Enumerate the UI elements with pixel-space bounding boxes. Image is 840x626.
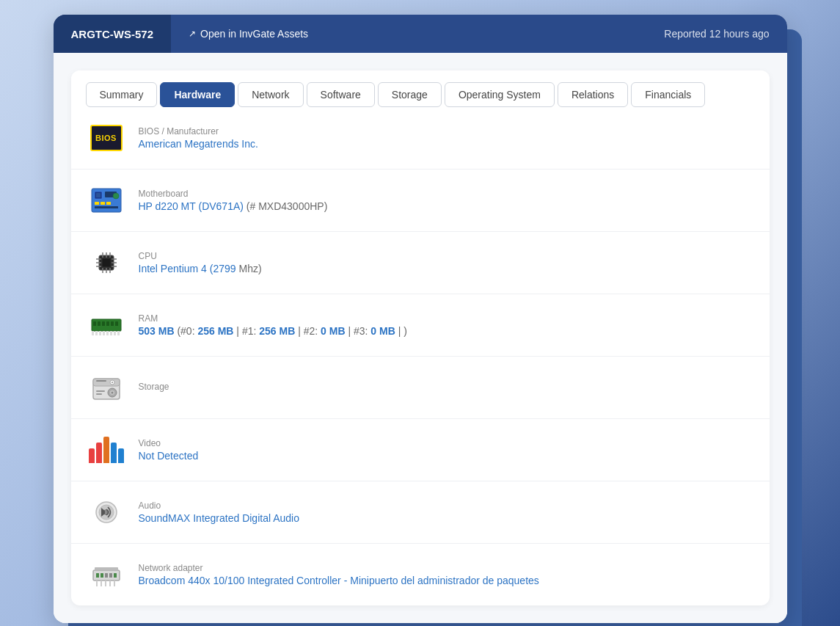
video-bar-orange xyxy=(103,437,109,463)
hardware-item-motherboard: Motherboard HP d220 MT (DV671A) (# MXD43… xyxy=(71,170,770,232)
bios-label: BIOS / Manufacturer xyxy=(139,126,258,137)
svg-rect-4 xyxy=(95,202,99,205)
ram-slot1: 256 MB xyxy=(259,325,295,337)
svg-rect-36 xyxy=(114,331,116,335)
svg-rect-25 xyxy=(98,321,101,326)
tab-operating-system[interactable]: Operating System xyxy=(445,82,555,107)
cpu-icon xyxy=(89,245,124,280)
tab-hardware[interactable]: Hardware xyxy=(160,82,235,107)
main-card: ARGTC-WS-572 ↗ Open in InvGate Assets Re… xyxy=(54,15,787,623)
external-link-icon: ↗ xyxy=(189,29,196,39)
ram-slot2: 0 MB xyxy=(321,325,345,337)
tab-financials[interactable]: Financials xyxy=(631,82,705,107)
motherboard-model: HP d220 MT (DV671A) xyxy=(139,200,244,212)
tabs-bar: Summary Hardware Network Software Storag… xyxy=(71,70,770,107)
svg-rect-5 xyxy=(101,202,105,205)
svg-rect-55 xyxy=(109,573,112,578)
svg-rect-53 xyxy=(101,573,103,578)
video-label: Video xyxy=(139,438,199,448)
motherboard-label: Motherboard xyxy=(139,189,328,199)
audio-icon xyxy=(89,495,124,530)
audio-value: SoundMAX Integrated Digital Audio xyxy=(139,512,299,524)
video-bar-red2 xyxy=(96,443,102,463)
video-bar-blue xyxy=(111,443,117,463)
svg-rect-2 xyxy=(96,193,101,197)
video-bar-red xyxy=(89,448,95,463)
inner-card: Summary Hardware Network Software Storag… xyxy=(71,70,770,605)
storage-icon xyxy=(89,370,124,405)
device-title: ARGTC-WS-572 xyxy=(54,15,172,53)
reported-label: Reported 12 hours ago xyxy=(664,28,769,40)
open-in-assets-button[interactable]: ↗ Open in InvGate Assets xyxy=(171,15,326,53)
network-adapter-icon xyxy=(89,557,124,592)
svg-rect-54 xyxy=(105,573,108,578)
svg-rect-7 xyxy=(95,206,118,208)
svg-rect-32 xyxy=(99,331,101,335)
svg-rect-27 xyxy=(106,321,109,326)
device-name-label: ARGTC-WS-572 xyxy=(71,28,154,40)
svg-rect-24 xyxy=(93,321,96,326)
network-adapter-value: Broadcom 440x 10/100 Integrated Controll… xyxy=(139,575,539,586)
svg-rect-46 xyxy=(96,390,105,392)
storage-label: Storage xyxy=(139,382,169,392)
svg-rect-56 xyxy=(114,573,117,578)
svg-rect-57 xyxy=(96,580,98,586)
svg-rect-33 xyxy=(103,331,105,335)
svg-rect-60 xyxy=(109,580,111,586)
hardware-item-ram: RAM 503 MB (#0: 256 MB | #1: 256 MB | #2… xyxy=(71,294,770,357)
svg-rect-52 xyxy=(96,573,99,578)
hardware-item-video: Video Not Detected xyxy=(71,419,770,481)
tab-relations[interactable]: Relations xyxy=(558,82,628,107)
hardware-item-audio: Audio SoundMAX Integrated Digital Audio xyxy=(71,481,770,544)
svg-rect-10 xyxy=(102,258,111,267)
svg-rect-28 xyxy=(111,321,114,326)
hardware-item-storage: Storage xyxy=(71,357,770,419)
video-value: Not Detected xyxy=(139,450,199,462)
bios-icon-visual: BIOS xyxy=(90,125,123,151)
cpu-model: Intel Pentium 4 (2799 xyxy=(139,263,236,274)
ram-value: 503 MB (#0: 256 MB | #1: 256 MB | #2: 0 … xyxy=(139,325,407,337)
video-info: Video Not Detected xyxy=(139,438,199,462)
cpu-info: CPU Intel Pentium 4 (2799 Mhz) xyxy=(139,251,262,274)
cpu-value: Intel Pentium 4 (2799 Mhz) xyxy=(139,263,262,274)
ram-icon xyxy=(89,307,124,343)
ram-total: 503 MB xyxy=(139,325,175,337)
hardware-item-cpu: CPU Intel Pentium 4 (2799 Mhz) xyxy=(71,232,770,294)
network-adapter-info: Network adapter Broadcom 440x 10/100 Int… xyxy=(139,563,539,586)
svg-rect-30 xyxy=(92,331,94,335)
svg-rect-37 xyxy=(117,331,120,335)
tab-storage[interactable]: Storage xyxy=(378,82,442,107)
video-bar-blue2 xyxy=(118,448,124,463)
svg-point-41 xyxy=(112,382,113,383)
hardware-item-network-adapter: Network adapter Broadcom 440x 10/100 Int… xyxy=(71,544,770,605)
svg-rect-62 xyxy=(95,567,118,570)
svg-rect-6 xyxy=(106,202,111,205)
svg-rect-31 xyxy=(95,331,98,335)
audio-info: Audio SoundMAX Integrated Digital Audio xyxy=(139,501,299,524)
hardware-list: BIOS BIOS / Manufacturer American Megatr… xyxy=(71,107,770,605)
svg-rect-39 xyxy=(93,379,120,386)
svg-rect-29 xyxy=(115,321,118,326)
tab-summary[interactable]: Summary xyxy=(86,82,158,107)
tab-network[interactable]: Network xyxy=(238,82,303,107)
svg-rect-34 xyxy=(106,331,109,335)
network-adapter-label: Network adapter xyxy=(139,563,539,573)
video-icon xyxy=(89,432,124,467)
svg-point-45 xyxy=(111,392,113,394)
ram-label: RAM xyxy=(139,313,407,324)
ram-info: RAM 503 MB (#0: 256 MB | #1: 256 MB | #2… xyxy=(139,313,407,337)
content-area: Summary Hardware Network Software Storag… xyxy=(54,53,787,623)
bios-icon: BIOS xyxy=(89,120,124,156)
svg-rect-59 xyxy=(105,580,106,586)
audio-label: Audio xyxy=(139,501,299,511)
motherboard-info: Motherboard HP d220 MT (DV671A) (# MXD43… xyxy=(139,189,328,212)
ram-detail: (#0: xyxy=(177,325,197,337)
hardware-item-bios: BIOS BIOS / Manufacturer American Megatr… xyxy=(71,107,770,170)
tab-software[interactable]: Software xyxy=(307,82,375,107)
ram-slot3: 0 MB xyxy=(370,325,395,337)
svg-rect-26 xyxy=(102,321,105,326)
svg-rect-61 xyxy=(114,580,115,586)
storage-info: Storage xyxy=(139,382,169,393)
svg-rect-35 xyxy=(110,331,112,335)
svg-rect-47 xyxy=(96,393,102,395)
